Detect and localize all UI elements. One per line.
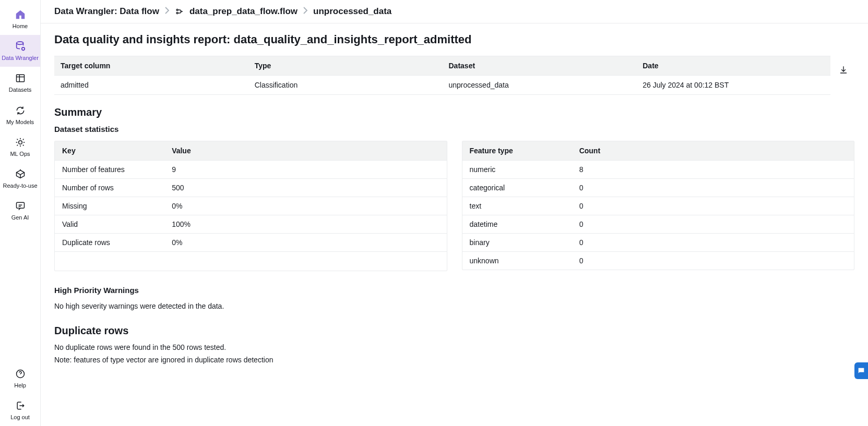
sidebar-item-gen-ai[interactable]: Gen AI: [0, 194, 40, 226]
col-date: Date: [636, 56, 830, 76]
ft-value: 0: [572, 179, 682, 197]
cell-target: admitted: [54, 76, 248, 95]
download-button[interactable]: [839, 56, 854, 76]
table-row: Duplicate rows0%: [55, 234, 447, 252]
chevron-right-icon: [303, 6, 308, 17]
report-info-table: Target column Type Dataset Date admitted…: [54, 56, 830, 95]
warnings-text: No high severity warnings were detected …: [54, 302, 854, 310]
breadcrumb-root[interactable]: Data Wrangler: Data flow: [54, 6, 159, 17]
col-target: Target column: [54, 56, 248, 76]
sidebar-item-label: Help: [14, 382, 26, 389]
ft-key: numeric: [462, 161, 572, 179]
ft-key: categorical: [462, 179, 572, 197]
table-row: binary0: [462, 234, 854, 252]
ft-value: 0: [572, 197, 682, 215]
sidebar-item-label: Data Wrangler: [2, 55, 39, 62]
sidebar-item-datasets[interactable]: Datasets: [0, 67, 40, 99]
breadcrumb-node[interactable]: unprocessed_data: [313, 6, 391, 17]
page-title: Data quality and insights report: data_q…: [54, 33, 854, 46]
logout-icon: [14, 399, 27, 412]
sidebar-item-ready-to-use[interactable]: Ready-to-use: [0, 163, 40, 194]
stat-value: 0%: [164, 234, 274, 252]
sidebar-item-label: Home: [13, 23, 28, 30]
sidebar-item-home[interactable]: Home: [0, 3, 40, 35]
chat-spark-icon: [14, 200, 27, 212]
svg-point-0: [16, 42, 23, 45]
stat-key: Missing: [55, 197, 164, 215]
chevron-right-icon: [164, 6, 170, 17]
dataset-stats-table: Key Value Number of features9 Number of …: [54, 141, 447, 271]
ft-key: datetime: [462, 215, 572, 234]
ft-key: unknown: [462, 252, 572, 270]
stat-key: Number of features: [55, 161, 164, 179]
sidebar-item-my-models[interactable]: My Models: [0, 99, 40, 131]
sidebar-item-label: Datasets: [9, 87, 31, 93]
col-type: Type: [248, 56, 443, 76]
ft-value: 8: [572, 161, 682, 179]
ft-value: 0: [572, 234, 682, 252]
sidebar-item-label: Log out: [10, 414, 30, 421]
col-count: Count: [572, 141, 682, 161]
table-row: numeric8: [462, 161, 854, 179]
sidebar-item-help[interactable]: Help: [0, 362, 40, 394]
sidebar: Home Data Wrangler Datasets My Models ML…: [0, 0, 41, 426]
duplicates-line1: No duplicate rows were found in the 500 …: [54, 343, 854, 351]
ft-value: 0: [572, 215, 682, 234]
sidebar-item-label: Ready-to-use: [3, 182, 37, 189]
svg-point-1: [21, 47, 25, 51]
home-icon: [14, 8, 27, 21]
sidebar-item-logout[interactable]: Log out: [0, 394, 40, 426]
stat-value: 9: [164, 161, 274, 179]
col-blank: [274, 141, 446, 161]
table-row: unknown0: [462, 252, 854, 270]
database-gear-icon: [14, 40, 27, 53]
ft-value: 0: [572, 252, 682, 270]
svg-rect-8: [860, 369, 863, 370]
stat-key: Duplicate rows: [55, 234, 164, 252]
flow-icon: [175, 7, 184, 16]
col-dataset: Dataset: [443, 56, 637, 76]
table-row: Valid100%: [55, 215, 447, 234]
table-row: admitted Classification unprocessed_data…: [54, 76, 830, 95]
ft-key: binary: [462, 234, 572, 252]
svg-point-7: [176, 13, 178, 14]
cell-date: 26 July 2024 at 00:12 BST: [636, 76, 830, 95]
sidebar-item-label: ML Ops: [10, 151, 30, 157]
svg-rect-9: [860, 370, 862, 371]
sidebar-item-ml-ops[interactable]: ML Ops: [0, 131, 40, 163]
stat-value: 500: [164, 179, 274, 197]
stat-key: Valid: [55, 215, 164, 234]
main-area: Data Wrangler: Data flow data_prep_data_…: [41, 0, 868, 426]
col-feature-type: Feature type: [462, 141, 572, 161]
ft-key: text: [462, 197, 572, 215]
help-icon: [14, 368, 27, 380]
sidebar-item-data-wrangler[interactable]: Data Wrangler: [0, 35, 40, 67]
gear-cycle-icon: [14, 136, 27, 149]
summary-heading: Summary: [54, 106, 854, 118]
svg-point-3: [18, 140, 22, 144]
dataset-stats-heading: Dataset statistics: [54, 125, 854, 133]
col-value: Value: [164, 141, 274, 161]
stat-value: 100%: [164, 215, 274, 234]
svg-point-6: [176, 9, 178, 11]
table-row: text0: [462, 197, 854, 215]
stat-key: Number of rows: [55, 179, 164, 197]
col-blank: [682, 141, 854, 161]
col-key: Key: [55, 141, 164, 161]
chat-fab[interactable]: [854, 362, 868, 379]
table-row: Number of rows500: [55, 179, 447, 197]
breadcrumb: Data Wrangler: Data flow data_prep_data_…: [41, 0, 868, 23]
table-row: datetime0: [462, 215, 854, 234]
table-row: Missing0%: [55, 197, 447, 215]
stat-value: 0%: [164, 197, 274, 215]
warnings-heading: High Priority Warnings: [54, 286, 854, 295]
sidebar-item-label: Gen AI: [11, 214, 29, 221]
svg-rect-2: [16, 75, 24, 82]
duplicates-line2: Note: features of type vector are ignore…: [54, 356, 854, 364]
table-row: [55, 252, 447, 271]
cell-type: Classification: [248, 76, 443, 95]
cycle-icon: [14, 104, 27, 117]
sidebar-item-label: My Models: [6, 119, 34, 126]
content: Data quality and insights report: data_q…: [41, 23, 868, 389]
breadcrumb-flow[interactable]: data_prep_data_flow.flow: [189, 6, 298, 17]
